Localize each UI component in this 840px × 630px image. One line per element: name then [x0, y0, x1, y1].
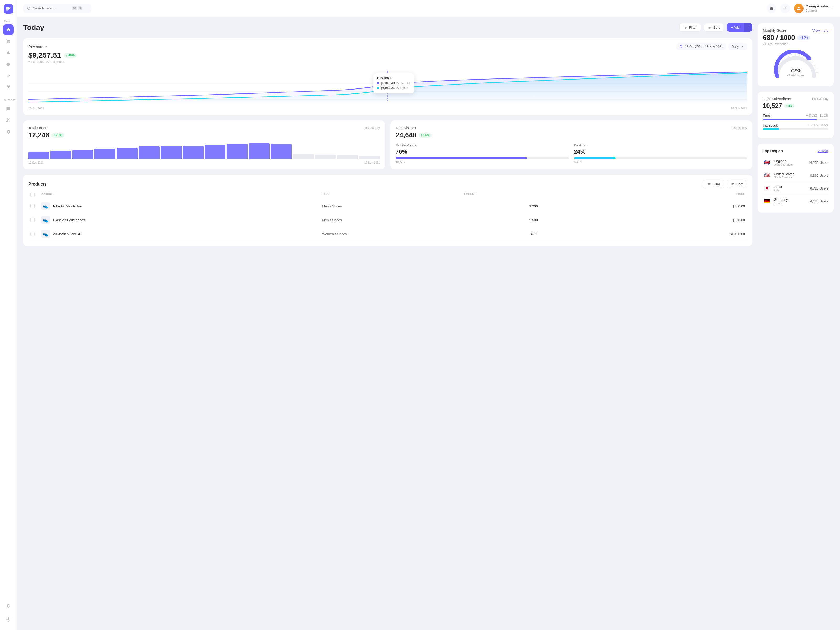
subscribers-title: Total Subscribers: [763, 97, 791, 101]
products-sort-button[interactable]: Sort: [726, 180, 747, 188]
email-stats: + 8,932 · 11.2%: [807, 114, 829, 118]
view-more-link[interactable]: View more: [812, 28, 829, 33]
user-profile[interactable]: Young Alaska Business: [794, 4, 834, 13]
chart-tooltip: Revenue $6,315.40 27 Sep, 21 $6,052.21 2…: [373, 73, 414, 93]
topbar: ⌘ K + Young Alaska Business: [17, 0, 840, 17]
checkbox-all-col: [30, 193, 39, 197]
order-bar-2: [73, 150, 93, 159]
topbar-actions: + Young Alaska Business: [767, 4, 834, 13]
products-filter-button[interactable]: Filter: [703, 180, 725, 188]
select-all-checkbox[interactable]: [30, 193, 35, 197]
region-users-1: 8,369 Users: [810, 174, 829, 177]
product-price-0: $650.00: [605, 204, 745, 208]
region-users-2: 6,723 Users: [810, 186, 829, 190]
app-logo: [4, 4, 13, 14]
subscribers-period: Last 30 day: [812, 97, 829, 101]
sidebar: MAIN SUPPORT: [0, 0, 17, 630]
product-cell-2: 👟 Air Jordan Low SE: [41, 230, 320, 238]
svg-line-13: [784, 57, 785, 59]
product-name-1: Classic Suede shoes: [53, 218, 85, 222]
region-info-2: Japan Asia: [774, 185, 807, 192]
region-name-0: England: [774, 159, 805, 163]
add-button[interactable]: + Add: [726, 23, 744, 32]
mobile-bar: [396, 157, 569, 159]
orders-period: Last 30 day: [363, 126, 380, 129]
mobile-device: Mobile Phone 76% 18,537: [396, 143, 569, 164]
row-checkbox-1[interactable]: [30, 218, 35, 222]
table-row: 👟 Air Jordan Low SE Women's Shoes 450 $1…: [28, 227, 747, 241]
tooltip-dot-2: [377, 87, 379, 89]
facebook-stats: + 2,172 · 8.5%: [808, 123, 829, 127]
chevron-down-icon: [45, 45, 48, 48]
add-dropdown-button[interactable]: [744, 23, 752, 32]
product-price-2: $1,120.00: [605, 232, 745, 236]
row-checkbox-0[interactable]: [30, 204, 35, 208]
right-column: Monthly Score View more 680 / 1000 ↑ 12%…: [758, 23, 834, 624]
mobile-pct: 76%: [396, 148, 569, 155]
product-amount-1: 2,500: [464, 218, 603, 222]
region-title: Top Region: [763, 149, 783, 153]
svg-text:72%: 72%: [790, 67, 801, 74]
region-row: 🇬🇧 England United Kindom 14,250 Users: [763, 156, 829, 169]
sidebar-item-cart[interactable]: [3, 36, 14, 46]
search-input[interactable]: [33, 6, 70, 10]
revenue-label[interactable]: Revenue: [28, 45, 48, 49]
orders-value: 12,246 ↑ 25%: [28, 131, 380, 139]
orders-badge: ↑ 25%: [51, 133, 64, 137]
row-checkbox-2[interactable]: [30, 232, 35, 236]
sidebar-item-home[interactable]: [3, 24, 14, 35]
orders-header: Total Orders Last 30 day: [28, 126, 380, 130]
tooltip-dot-1: [377, 82, 379, 84]
view-all-link[interactable]: View all: [818, 149, 829, 153]
header-actions: Filter Sort + Add: [679, 23, 752, 32]
mobile-label: Mobile Phone: [396, 143, 569, 147]
sidebar-item-calendar[interactable]: [3, 82, 14, 93]
svg-point-0: [9, 7, 11, 8]
desktop-label: Desktop: [574, 143, 747, 147]
notification-button[interactable]: [767, 4, 776, 13]
order-bar-7: [183, 146, 204, 159]
sidebar-item-analytics[interactable]: [3, 47, 14, 58]
chevron-down-icon: [747, 25, 750, 28]
sidebar-item-history[interactable]: [3, 59, 14, 69]
order-bar-10: [249, 143, 270, 159]
price-col-header: PRICE: [605, 193, 745, 197]
user-text: Young Alaska Business: [805, 4, 828, 12]
mobile-count: 18,537: [396, 160, 569, 164]
sort-button[interactable]: Sort: [704, 23, 724, 32]
sidebar-item-darkmode[interactable]: [3, 601, 14, 611]
order-bar-5: [139, 147, 159, 159]
content-area: Today Filter Sort + Add: [17, 17, 840, 630]
filter-button[interactable]: Filter: [679, 23, 701, 32]
visitors-breakdown: Mobile Phone 76% 18,537 Desktop 24%: [396, 143, 747, 164]
sidebar-item-trends[interactable]: [3, 71, 14, 81]
chevron-down-icon: [741, 45, 744, 48]
avatar: [794, 4, 804, 13]
date-range[interactable]: 18 Oct 2021 - 18 Nov 2021: [676, 43, 726, 50]
subscribers-value: 10,527 ↑ 8%: [763, 102, 829, 109]
period-selector[interactable]: Daily: [728, 43, 747, 50]
sidebar-item-lightmode[interactable]: [3, 614, 14, 625]
sidebar-item-magic[interactable]: [3, 115, 14, 125]
desktop-pct: 24%: [574, 148, 747, 155]
search-box[interactable]: ⌘ K: [23, 4, 92, 13]
sidebar-item-messages[interactable]: [3, 103, 14, 114]
add-global-button[interactable]: +: [780, 4, 790, 13]
score-sub: vs. 475 last period: [763, 42, 829, 46]
sidebar-main-label: MAIN: [0, 20, 10, 22]
order-bar-3: [95, 148, 115, 159]
region-name-1: United States: [774, 172, 807, 176]
product-thumb-0: 👟: [41, 202, 51, 210]
order-bar-0: [28, 152, 49, 159]
total-orders-card: Total Orders Last 30 day 12,246 ↑ 25% 18…: [23, 120, 385, 169]
product-thumb-2: 👟: [41, 230, 51, 238]
product-amount-2: 450: [464, 232, 603, 236]
top-region-card: Top Region View all 🇬🇧 England United Ki…: [758, 144, 834, 213]
products-actions: Filter Sort: [703, 180, 747, 188]
order-bar-6: [161, 146, 182, 159]
visitors-header: Total visitors Last 30 day: [396, 126, 747, 130]
type-col-header: TYPE: [322, 193, 462, 197]
order-bar-1: [51, 151, 71, 159]
sidebar-item-settings[interactable]: [3, 126, 14, 137]
region-users-3: 4,120 Users: [810, 199, 829, 203]
